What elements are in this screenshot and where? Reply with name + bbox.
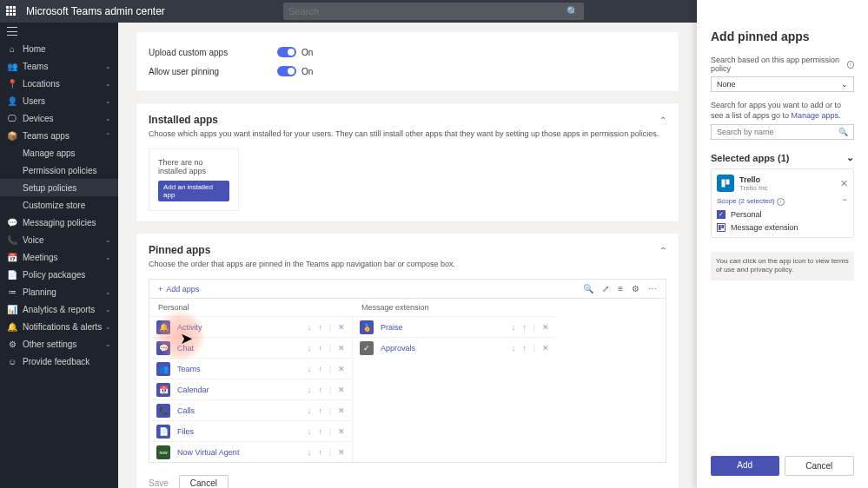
- sidebar-item-provide-feedback[interactable]: ☺Provide feedback: [0, 353, 118, 370]
- sidebar-item-setup-policies[interactable]: Setup policies: [0, 179, 118, 196]
- pinned-app-row[interactable]: 📅 Calendar ↓ ↑ | ✕: [149, 379, 352, 399]
- sidebar-item-customize-store[interactable]: Customize store: [0, 196, 118, 214]
- cancel-button[interactable]: Cancel: [785, 456, 855, 476]
- global-search-input[interactable]: [283, 6, 584, 16]
- app-publisher: Trello Inc: [739, 184, 768, 192]
- pinned-app-row[interactable]: 🏅 Praise ↓ ↑ | ✕: [353, 316, 556, 337]
- remove-icon[interactable]: ✕: [338, 448, 345, 457]
- chevron-up-icon[interactable]: ⌃: [842, 198, 848, 206]
- sidebar-item-meetings[interactable]: 📅Meetings⌄: [0, 248, 118, 266]
- sidebar-item-locations[interactable]: 📍Locations⌄: [0, 75, 118, 92]
- move-down-icon[interactable]: ↓: [308, 448, 312, 457]
- remove-icon[interactable]: ✕: [338, 365, 345, 373]
- app-search-box[interactable]: 🔍: [711, 124, 854, 140]
- pinned-app-row[interactable]: now Now Virtual Agent ↓ ↑ | ✕: [149, 441, 352, 462]
- remove-icon[interactable]: ✕: [338, 344, 345, 353]
- waffle-icon[interactable]: [0, 6, 23, 16]
- app-name-label: Now Virtual Agent: [177, 448, 308, 457]
- save-button[interactable]: Save: [149, 478, 169, 488]
- app-search-input[interactable]: [717, 128, 848, 136]
- move-down-icon[interactable]: ↓: [308, 323, 312, 332]
- move-up-icon[interactable]: ↑: [318, 386, 322, 394]
- app-name-label: Approvals: [381, 344, 512, 353]
- nav-label: Devices: [23, 114, 54, 123]
- info-icon[interactable]: i: [847, 61, 854, 69]
- sidebar-item-messaging-policies[interactable]: 💬Messaging policies: [0, 214, 118, 231]
- nav-icon: 📍: [7, 79, 17, 89]
- move-up-icon[interactable]: ↑: [318, 427, 322, 436]
- app-icon: ✓: [360, 341, 374, 355]
- sidebar-item-permission-policies[interactable]: Permission policies: [0, 162, 118, 179]
- global-search[interactable]: 🔍: [283, 3, 584, 20]
- remove-icon[interactable]: ✕: [338, 323, 345, 332]
- move-down-icon[interactable]: ↓: [308, 386, 312, 394]
- sidebar-item-voice[interactable]: 📞Voice⌄: [0, 231, 118, 248]
- move-up-icon[interactable]: ↑: [522, 323, 527, 332]
- sidebar-item-users[interactable]: 👤Users⌄: [0, 92, 118, 109]
- move-up-icon[interactable]: ↑: [318, 365, 322, 373]
- personal-checkbox[interactable]: ✓: [717, 210, 726, 219]
- sidebar-item-planning[interactable]: ≔Planning⌄: [0, 283, 118, 300]
- cancel-button[interactable]: Cancel: [179, 475, 229, 488]
- move-up-icon[interactable]: ↑: [318, 448, 322, 457]
- pin-toggle[interactable]: [277, 66, 296, 76]
- move-down-icon[interactable]: ↓: [512, 323, 516, 332]
- sidebar-item-other-settings[interactable]: ⚙Other settings⌄: [0, 335, 118, 353]
- pinned-app-row[interactable]: 📞 Calls ↓ ↑ | ✕: [149, 399, 352, 420]
- sidebar-item-manage-apps[interactable]: Manage apps: [0, 144, 118, 162]
- move-down-icon[interactable]: ↓: [308, 427, 312, 436]
- sidebar-item-notifications-alerts[interactable]: 🔔Notifications & alerts⌄: [0, 318, 118, 335]
- move-up-icon[interactable]: ↑: [318, 323, 322, 332]
- pinned-app-row[interactable]: ✓ Approvals ↓ ↑ | ✕: [353, 337, 556, 358]
- move-up-icon[interactable]: ↑: [318, 406, 322, 415]
- nav-label: Teams apps: [23, 131, 70, 141]
- move-up-icon[interactable]: ↑: [522, 344, 527, 353]
- column-personal: Personal: [158, 303, 361, 312]
- hamburger-icon[interactable]: [0, 23, 118, 40]
- add-apps-button[interactable]: +Add apps: [158, 285, 199, 293]
- manage-apps-link[interactable]: Manage apps: [792, 111, 839, 120]
- add-installed-app-button[interactable]: Add an installed app: [158, 181, 229, 201]
- collapse-icon[interactable]: ⌃: [659, 246, 666, 255]
- remove-icon[interactable]: ✕: [338, 406, 345, 415]
- svg-rect-3: [721, 225, 724, 228]
- message-ext-checkbox[interactable]: [717, 223, 726, 232]
- search-icon[interactable]: 🔍: [583, 284, 593, 293]
- collapse-icon[interactable]: ⌃: [659, 115, 666, 125]
- remove-app-icon[interactable]: ✕: [840, 178, 848, 189]
- add-button[interactable]: Add: [711, 456, 779, 476]
- nav-icon: ⚙: [7, 340, 17, 349]
- settings-icon[interactable]: ⚙: [632, 284, 639, 293]
- permission-policy-dropdown[interactable]: None ⌄: [711, 76, 854, 92]
- move-up-icon[interactable]: ↑: [318, 344, 322, 353]
- nav-icon: 📞: [7, 235, 17, 245]
- sidebar-item-devices[interactable]: 🖵Devices⌄: [0, 109, 118, 127]
- nav-icon: 👤: [7, 96, 17, 106]
- chevron-icon: ⌄: [105, 254, 111, 261]
- remove-icon[interactable]: ✕: [338, 427, 345, 436]
- info-icon[interactable]: i: [777, 198, 785, 206]
- move-down-icon[interactable]: ↓: [308, 406, 312, 415]
- nav-label: Teams: [23, 62, 48, 71]
- more-icon[interactable]: ⋯: [648, 284, 657, 293]
- chevron-down-icon[interactable]: ⌄: [846, 152, 854, 163]
- list-icon[interactable]: ≡: [618, 284, 623, 293]
- chevron-down-icon: ⌄: [841, 80, 848, 89]
- sidebar-item-teams[interactable]: 👥Teams⌄: [0, 57, 118, 75]
- sidebar-item-teams-apps[interactable]: 📦Teams apps⌃: [0, 127, 118, 144]
- expand-icon[interactable]: ⤢: [602, 284, 609, 293]
- remove-icon[interactable]: ✕: [542, 323, 549, 332]
- upload-toggle[interactable]: [277, 47, 296, 57]
- nav-label: Policy packages: [23, 270, 85, 280]
- remove-icon[interactable]: ✕: [542, 344, 549, 353]
- move-down-icon[interactable]: ↓: [308, 365, 312, 373]
- sidebar-item-analytics-reports[interactable]: 📊Analytics & reports⌄: [0, 300, 118, 318]
- move-down-icon[interactable]: ↓: [512, 344, 516, 353]
- chevron-icon: ⌄: [105, 323, 111, 331]
- trello-icon[interactable]: [717, 175, 734, 192]
- move-down-icon[interactable]: ↓: [308, 344, 312, 353]
- pinned-app-row[interactable]: 📄 Files ↓ ↑ | ✕: [149, 420, 352, 441]
- sidebar-item-policy-packages[interactable]: 📄Policy packages: [0, 266, 118, 283]
- remove-icon[interactable]: ✕: [338, 386, 345, 394]
- sidebar-item-home[interactable]: ⌂Home: [0, 40, 118, 57]
